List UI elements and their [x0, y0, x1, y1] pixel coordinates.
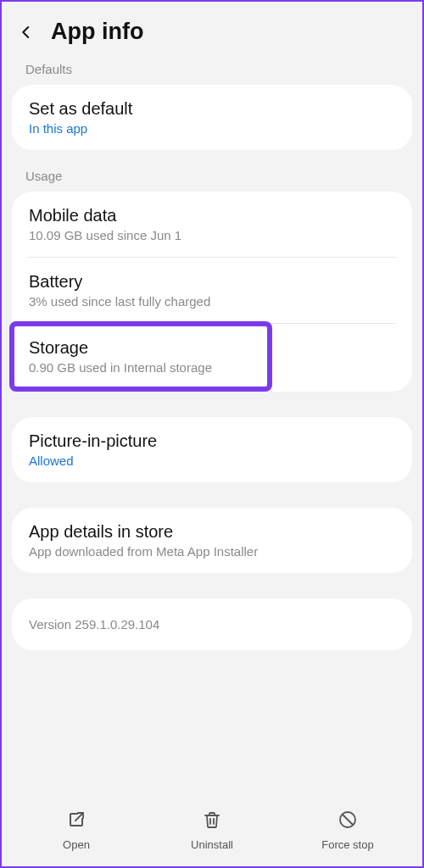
- defaults-card: Set as default In this app: [12, 85, 412, 150]
- row-title: Mobile data: [29, 206, 395, 225]
- row-title: Storage: [29, 338, 253, 358]
- page-title: App info: [51, 19, 143, 45]
- bottom-label: Open: [63, 838, 90, 851]
- row-sub: Allowed: [29, 453, 395, 468]
- svg-line-1: [343, 815, 353, 825]
- bottom-label: Force stop: [321, 838, 373, 851]
- section-defaults-label: Defaults: [2, 53, 422, 81]
- uninstall-button[interactable]: Uninstall: [144, 810, 280, 851]
- prohibit-icon: [338, 810, 358, 833]
- row-title: App details in store: [29, 522, 395, 542]
- bottom-bar: Open Uninstall Force stop: [2, 799, 422, 866]
- app-details-row[interactable]: App details in store App downloaded from…: [12, 508, 412, 573]
- version-card: Version 259.1.0.29.104: [12, 598, 412, 650]
- pip-card: Picture-in-picture Allowed: [12, 417, 412, 482]
- row-title: Picture-in-picture: [29, 431, 395, 451]
- version-text: Version 259.1.0.29.104: [29, 617, 395, 632]
- header: App info: [2, 2, 422, 57]
- row-sub: In this app: [29, 121, 395, 136]
- open-icon: [66, 810, 86, 833]
- trash-icon: [202, 810, 222, 833]
- row-sub: 10.09 GB used since Jun 1: [29, 228, 395, 242]
- row-sub: 0.90 GB used in Internal storage: [29, 360, 253, 375]
- picture-in-picture-row[interactable]: Picture-in-picture Allowed: [12, 417, 412, 482]
- storage-highlight: Storage 0.90 GB used in Internal storage: [9, 321, 272, 392]
- mobile-data-row[interactable]: Mobile data 10.09 GB used since Jun 1: [12, 192, 412, 257]
- bottom-label: Uninstall: [191, 838, 233, 851]
- usage-card: Mobile data 10.09 GB used since Jun 1 Ba…: [12, 192, 412, 392]
- row-sub: 3% used since last fully charged: [29, 294, 395, 309]
- back-icon[interactable]: [17, 23, 36, 42]
- row-title: Battery: [29, 272, 395, 292]
- storage-row[interactable]: Storage 0.90 GB used in Internal storage: [14, 326, 267, 387]
- open-button[interactable]: Open: [8, 810, 144, 851]
- section-usage-label: Usage: [2, 160, 422, 188]
- set-as-default-row[interactable]: Set as default In this app: [12, 85, 412, 150]
- row-title: Set as default: [29, 99, 395, 119]
- store-card: App details in store App downloaded from…: [12, 508, 412, 573]
- force-stop-button[interactable]: Force stop: [280, 810, 416, 851]
- battery-row[interactable]: Battery 3% used since last fully charged: [12, 258, 412, 323]
- row-sub: App downloaded from Meta App Installer: [29, 544, 395, 559]
